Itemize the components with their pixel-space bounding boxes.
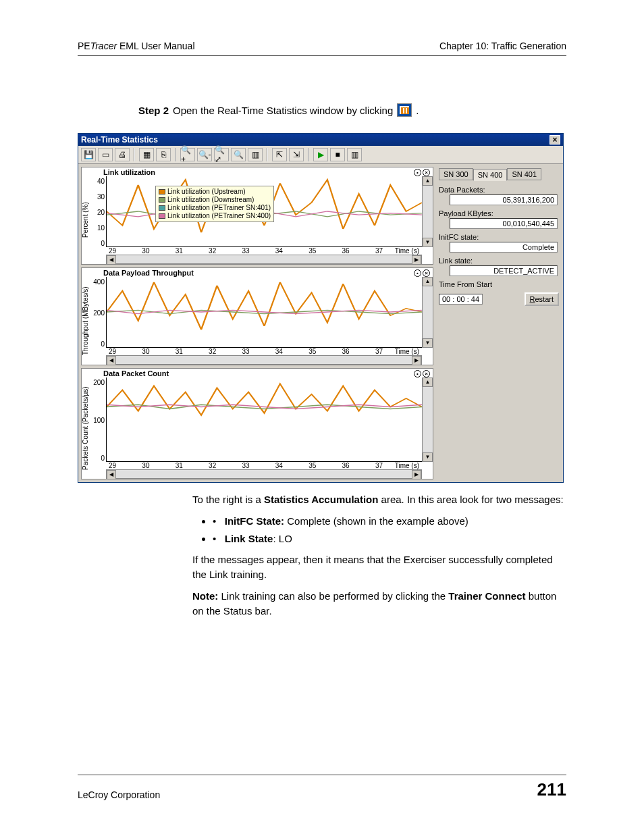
step-trail: .	[416, 105, 419, 116]
scroll-up-icon[interactable]: ▲	[423, 277, 433, 286]
chart-data-packet-count: Data Packet Count • × Packets Count (Pac…	[81, 368, 433, 479]
tab-sn-400[interactable]: SN 400	[473, 169, 508, 181]
stop-icon[interactable]: ■	[330, 148, 345, 161]
xtick: 31	[176, 462, 183, 469]
ytick: 100	[93, 417, 105, 424]
xtick: 36	[342, 348, 350, 355]
page-number: 211	[537, 779, 566, 800]
print-icon[interactable]: 🖨	[115, 148, 130, 161]
copy-icon[interactable]: ⎘	[156, 148, 171, 161]
xtick: 35	[308, 348, 316, 355]
export-icon[interactable]: ⇱	[272, 148, 287, 161]
xtick: 37	[375, 247, 383, 255]
scroll-right-icon[interactable]: ▶	[412, 470, 421, 479]
xticks: 29 30 31 32 33 34 35 36 37	[91, 247, 387, 255]
chart-dot-icon[interactable]: •	[414, 269, 421, 277]
import-icon[interactable]: ⇲	[289, 148, 304, 161]
chart-x-icon[interactable]: ×	[423, 169, 430, 176]
horizontal-scrollbar[interactable]: ◀ ▶	[106, 469, 422, 479]
initfc-state-label: InitFC state:	[439, 233, 559, 241]
time-from-start-label: Time From Start	[439, 280, 559, 288]
legend-label: Link utilization (Upstream)	[167, 188, 246, 195]
chart-x-icon[interactable]: ×	[423, 370, 430, 377]
xtick: 29	[109, 348, 116, 355]
panel-icon[interactable]: ▥	[347, 148, 362, 161]
grid-icon[interactable]: ▦	[139, 148, 154, 161]
data-packets-value: 05,391,316,200	[450, 194, 558, 205]
vertical-scrollbar[interactable]: ▲ ▼	[422, 277, 433, 348]
scroll-left-icon[interactable]: ◀	[107, 356, 116, 365]
link-state-label: Link state:	[439, 257, 559, 265]
legend: Link utilization (Upstream) Link utiliza…	[155, 186, 274, 222]
tab-sn-401[interactable]: SN 401	[507, 168, 541, 180]
scroll-up-icon[interactable]: ▲	[423, 377, 433, 387]
charts-column: Link utilization • × Percent (%) 40 30	[81, 167, 433, 479]
header-italic: Tracer	[90, 41, 117, 51]
tab-sn-300[interactable]: SN 300	[439, 168, 473, 180]
xaxis-label: Time (s)	[387, 462, 422, 469]
separator	[175, 148, 176, 161]
xtick: 37	[375, 462, 383, 469]
scroll-down-icon[interactable]: ▼	[423, 452, 433, 462]
zoom-fit-icon[interactable]: 🔍⤢	[214, 148, 229, 161]
vertical-scrollbar[interactable]: ▲ ▼	[422, 377, 433, 462]
play-icon[interactable]: ▶	[313, 148, 328, 161]
page-header: PETracer EML User Manual Chapter 10: Tra…	[78, 41, 566, 56]
ytick: 200	[93, 309, 105, 317]
separator	[308, 148, 309, 161]
xtick: 36	[342, 462, 350, 469]
swatch-icon	[159, 213, 165, 219]
body-text: To the right is a Statistics Accumulatio…	[192, 492, 566, 618]
scroll-right-icon[interactable]: ▶	[412, 356, 421, 365]
ytick: 40	[97, 178, 105, 185]
horizontal-scrollbar[interactable]: ◀ ▶	[106, 255, 422, 264]
scroll-right-icon[interactable]: ▶	[412, 255, 421, 265]
scroll-left-icon[interactable]: ◀	[107, 470, 116, 479]
horizontal-scrollbar[interactable]: ◀ ▶	[106, 355, 422, 365]
chart-yaxis: Throughput (MBytes/s)	[82, 277, 91, 365]
scroll-up-icon[interactable]: ▲	[423, 176, 433, 186]
link-state-value: DETECT_ACTIVE	[450, 265, 558, 276]
titlebar[interactable]: Real-Time Statistics ×	[78, 134, 563, 146]
separator	[134, 148, 135, 161]
layout-icon[interactable]: ▥	[248, 148, 263, 161]
chart-title: Link utilization	[103, 168, 155, 176]
chart-link-utilization: Link utilization • × Percent (%) 40 30	[81, 167, 433, 265]
xaxis-label: Time (s)	[387, 247, 422, 255]
zoom-out-icon[interactable]: 🔍-	[197, 148, 212, 161]
zoom-in-icon[interactable]: 🔍+	[180, 148, 195, 161]
chart-dot-icon[interactable]: •	[414, 370, 421, 377]
xtick: 34	[275, 247, 283, 255]
xtick: 33	[242, 348, 249, 355]
scroll-left-icon[interactable]: ◀	[107, 255, 116, 265]
xtick: 33	[242, 462, 249, 469]
close-button[interactable]: ×	[549, 135, 560, 145]
xtick: 37	[375, 348, 383, 355]
xtick: 32	[209, 247, 216, 255]
chart-x-icon[interactable]: ×	[423, 269, 430, 277]
xtick: 31	[176, 247, 183, 255]
ytick: 0	[101, 240, 105, 247]
legend-label: Link utilization (Downstream)	[167, 196, 254, 203]
header-prefix: PE	[78, 41, 90, 51]
li1-bold: InitFC State:	[225, 515, 284, 527]
ytick: 10	[97, 224, 105, 232]
li2-bold: Link State	[225, 533, 273, 544]
footer-left: LeCroy Corporation	[78, 789, 160, 800]
xaxis-label: Time (s)	[387, 348, 422, 355]
zoom-icon[interactable]: 🔍	[231, 148, 246, 161]
xtick: 30	[142, 462, 149, 469]
legend-label: Link utilization (PETrainer SN:401)	[167, 204, 271, 211]
scroll-down-icon[interactable]: ▼	[423, 238, 433, 247]
statistics-accumulation-panel: SN 300 SN 400 SN 401 Data Packets: 05,39…	[437, 167, 560, 479]
xtick: 30	[142, 348, 149, 355]
chart-dot-icon[interactable]: •	[414, 169, 421, 176]
restart-button[interactable]: Restart	[525, 292, 559, 306]
vertical-scrollbar[interactable]: ▲ ▼	[422, 176, 433, 247]
body-p1c: area. In this area look for two messages…	[378, 494, 563, 505]
window-icon[interactable]: ▭	[98, 148, 113, 161]
save-icon[interactable]: 💾	[81, 148, 96, 161]
scroll-down-icon[interactable]: ▼	[423, 338, 433, 348]
ytick: 400	[93, 278, 105, 286]
xticks: 29 30 31 32 33 34 35 36 37	[91, 348, 387, 355]
